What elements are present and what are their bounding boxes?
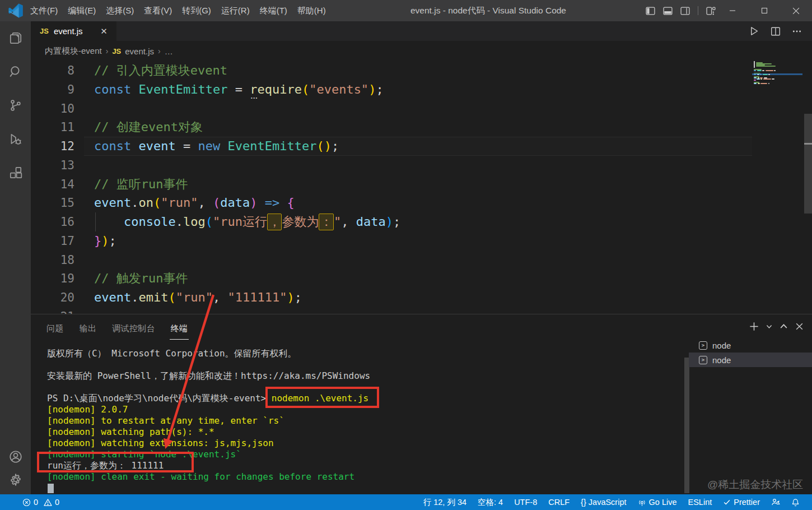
menu-item-6[interactable]: 运行(R)	[216, 0, 255, 21]
token-str: 参数为	[282, 215, 319, 229]
token-b1: )	[368, 82, 376, 96]
terminal-instance-2[interactable]: >node	[689, 353, 812, 367]
panel-tab-1[interactable]: 问题	[39, 319, 72, 339]
terminal-dropdown-icon[interactable]	[766, 323, 773, 330]
panel-tab-2[interactable]: 输出	[72, 319, 105, 339]
more-actions-icon[interactable]	[792, 26, 802, 36]
code-line-8[interactable]: 8// 引入内置模块event	[31, 61, 721, 80]
status-bar: 00 行 12, 列 34空格: 4UTF-8CRLF{} JavaScript…	[0, 494, 812, 510]
minimap[interactable]	[752, 61, 802, 314]
status-item-right-2[interactable]: 空格: 4	[472, 494, 508, 510]
code-line-21[interactable]: 21	[31, 307, 721, 314]
status-item-right-7[interactable]: ESLint	[683, 494, 718, 510]
status-item-left-2[interactable]: 0	[43, 494, 60, 510]
token-b3: )	[386, 215, 393, 229]
panel-tab-4[interactable]: 终端	[163, 319, 196, 339]
new-terminal-icon[interactable]	[749, 321, 759, 332]
token-b1: )	[101, 234, 109, 248]
toggle-secondary-sidebar-icon[interactable]	[680, 6, 690, 16]
line-number: 9	[31, 80, 74, 99]
status-item-right-8[interactable]: Prettier	[717, 494, 766, 510]
status-item-right-4[interactable]: CRLF	[543, 494, 575, 510]
code-line-16[interactable]: 16 console.log("run运行，参数为：", data);	[31, 212, 721, 231]
token-pl: =	[227, 82, 250, 96]
chevron-right-icon: ›	[106, 47, 109, 55]
menu-item-4[interactable]: 查看(V)	[139, 0, 177, 21]
code-text: event.on("run", (data) => {	[94, 193, 295, 212]
minimap-line	[774, 70, 776, 71]
panel-actions	[749, 321, 812, 332]
tab-event-js[interactable]: JS event.js ✕	[31, 21, 117, 41]
terminal-line	[47, 359, 680, 370]
status-item-right-10[interactable]	[786, 494, 805, 510]
code-line-19[interactable]: 19// 触发run事件	[31, 269, 721, 288]
token-str: "run"	[176, 290, 213, 304]
panel-tab-3[interactable]: 调试控制台	[104, 319, 163, 339]
terminal-instance-1[interactable]: >node	[689, 338, 812, 353]
menu-item-1[interactable]: 文件(F)	[25, 0, 63, 21]
minimap-line	[758, 83, 760, 84]
token-pl	[131, 139, 138, 153]
token-b1: ()	[316, 139, 332, 153]
code-line-11[interactable]: 11// 创建event对象	[31, 118, 721, 137]
toggle-panel-icon[interactable]	[663, 6, 673, 16]
customize-layout-icon[interactable]	[706, 6, 716, 16]
menu-item-2[interactable]: 编辑(E)	[63, 0, 101, 21]
breadcrumb-file[interactable]: event.js	[125, 47, 154, 56]
line-number: 12	[31, 137, 74, 156]
toggle-sidebar-icon[interactable]	[646, 6, 655, 16]
token-var: data	[220, 196, 250, 210]
status-item-label: Go Live	[649, 498, 677, 507]
code-text: // 创建event对象	[94, 118, 203, 137]
split-editor-icon[interactable]	[771, 26, 781, 36]
status-item-right-3[interactable]: UTF-8	[508, 494, 543, 510]
source-control-icon[interactable]	[0, 89, 31, 122]
menu-item-7[interactable]: 终端(T)	[255, 0, 292, 21]
token-b1: (	[302, 82, 309, 96]
editor-scrollbar-thumb[interactable]	[804, 114, 812, 214]
run-debug-icon[interactable]	[0, 122, 31, 156]
maximize-panel-icon[interactable]	[779, 322, 788, 331]
code-line-20[interactable]: 20event.emit("run", "111111");	[31, 288, 721, 307]
line-number: 20	[31, 288, 74, 307]
explorer-icon[interactable]	[0, 21, 31, 55]
code-line-12[interactable]: 12const event = new EventEmitter();	[31, 137, 721, 156]
status-item-right-6[interactable]: Go Live	[632, 494, 683, 510]
code-line-13[interactable]: 13	[31, 156, 721, 175]
accounts-icon[interactable]	[0, 446, 31, 467]
code-editor[interactable]: 8// 引入内置模块event9const EventEmitter = req…	[31, 61, 812, 314]
maximize-button[interactable]	[748, 0, 780, 21]
minimize-button[interactable]	[716, 0, 748, 21]
status-item-label: 行 12, 列 34	[423, 497, 466, 508]
close-button[interactable]	[780, 0, 812, 21]
menu-item-8[interactable]: 帮助(H)	[292, 0, 331, 21]
editor-scrollbar[interactable]	[804, 61, 812, 314]
settings-gear-icon[interactable]	[0, 467, 31, 492]
status-item-right-5[interactable]: {} JavaScript	[575, 494, 632, 510]
status-item-right-9[interactable]	[766, 494, 786, 510]
token-cmt: // 引入内置模块event	[94, 63, 227, 77]
code-line-10[interactable]: 10	[31, 99, 721, 118]
window-title: event.js - node代码 - Visual Studio Code	[410, 0, 566, 21]
token-pl	[220, 139, 227, 153]
breadcrumb-more[interactable]: …	[165, 47, 173, 56]
extensions-icon[interactable]	[0, 156, 31, 189]
breadcrumb-folder[interactable]: 内置模块-event	[45, 46, 102, 57]
close-panel-icon[interactable]	[795, 322, 804, 331]
status-item-right-1[interactable]: 行 12, 列 34	[418, 494, 472, 510]
token-var: event	[138, 139, 175, 153]
menu-item-3[interactable]: 选择(S)	[101, 0, 139, 21]
run-file-icon[interactable]	[749, 26, 759, 36]
search-icon[interactable]	[0, 55, 31, 89]
status-item-label: 0	[34, 498, 38, 507]
code-line-15[interactable]: 15event.on("run", (data) => {	[31, 193, 721, 212]
code-line-17[interactable]: 17});	[31, 231, 721, 251]
token-b1: )	[287, 290, 294, 304]
terminal[interactable]: 版权所有（C） Microsoft Corporation。保留所有权利。安装最…	[31, 347, 684, 495]
tab-close-icon[interactable]: ✕	[99, 26, 110, 37]
code-line-14[interactable]: 14// 监听run事件	[31, 175, 721, 194]
code-line-9[interactable]: 9const EventEmitter = require("events");	[31, 80, 721, 99]
menu-item-5[interactable]: 转到(G)	[177, 0, 216, 21]
status-item-left-1[interactable]: 0	[21, 494, 39, 510]
code-line-18[interactable]: 18	[31, 251, 721, 270]
